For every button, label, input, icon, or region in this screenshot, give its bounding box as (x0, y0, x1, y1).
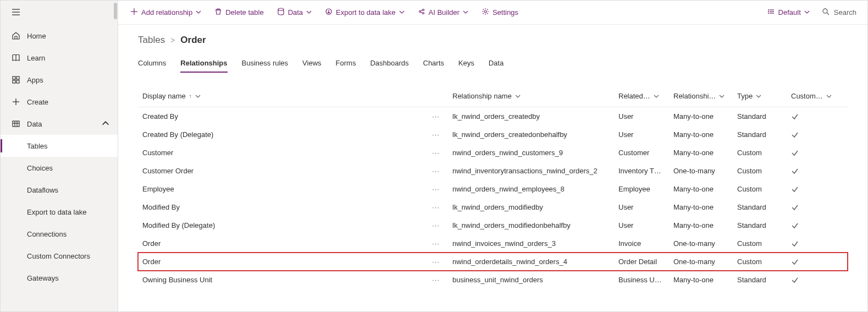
svg-point-31 (823, 9, 827, 13)
data-button[interactable]: Data (272, 4, 317, 21)
chevron-down-icon (463, 8, 468, 17)
cell-related: Employee (614, 185, 669, 193)
book-icon (12, 53, 20, 62)
hamburger-button[interactable] (1, 1, 118, 25)
tab-keys[interactable]: Keys (458, 56, 474, 73)
export-data-lake-button[interactable]: Export to data lake (319, 4, 410, 21)
cell-custom (787, 185, 837, 193)
plus-icon (130, 8, 138, 17)
add-relationship-button[interactable]: Add relationship (125, 4, 207, 21)
breadcrumb-tables[interactable]: Tables (138, 35, 165, 46)
table-row[interactable]: Customer···nwind_orders_nwind_customers_… (138, 144, 848, 162)
row-actions-button[interactable]: ··· (424, 239, 448, 248)
table-row[interactable]: Employee···nwind_orders_nwind_employees_… (138, 180, 848, 198)
chevron-down-icon (195, 94, 201, 99)
svg-rect-10 (13, 121, 19, 127)
cell-display-name: Modified By (Delegate) (138, 221, 424, 229)
table-row[interactable]: Owning Business Unit···business_unit_nwi… (138, 271, 848, 289)
cell-related: User (614, 221, 669, 229)
row-actions-button[interactable]: ··· (424, 276, 448, 284)
cell-relationship: One-to-many (669, 167, 733, 175)
row-actions-button[interactable]: ··· (424, 221, 448, 229)
tab-dashboards[interactable]: Dashboards (370, 56, 408, 73)
table-row[interactable]: Customer Order···nwind_inventorytransact… (138, 162, 848, 180)
tab-data[interactable]: Data (489, 56, 504, 73)
cmd-label: Delete table (225, 8, 263, 17)
col-type[interactable]: Type (733, 92, 787, 100)
nav-learn[interactable]: Learn (1, 47, 118, 69)
tab-relationships[interactable]: Relationships (180, 56, 227, 73)
tab-views[interactable]: Views (302, 56, 321, 73)
subnav-export-to-data-lake[interactable]: Export to data lake (1, 201, 118, 223)
cell-type: Standard (733, 221, 787, 229)
cell-relationship-name: lk_nwind_orders_modifiedby (448, 203, 614, 211)
subnav-custom-connectors[interactable]: Custom Connectors (1, 245, 118, 267)
table-row[interactable]: Created By···lk_nwind_orders_createdbyUs… (138, 107, 848, 125)
table-row[interactable]: Order···nwind_invoices_nwind_orders_3Inv… (138, 234, 848, 253)
subnav-label: Connections (27, 230, 67, 238)
search-icon (822, 8, 830, 17)
svg-rect-7 (16, 80, 19, 83)
cell-display-name: Created By (138, 112, 424, 121)
subnav-connections[interactable]: Connections (1, 223, 118, 245)
subnav-tables[interactable]: Tables (1, 135, 118, 157)
col-display-name[interactable]: Display name ↑ (138, 92, 424, 100)
chevron-up-icon (101, 119, 110, 129)
chevron-down-icon (515, 94, 521, 99)
subnav-dataflows[interactable]: Dataflows (1, 179, 118, 201)
nav-home[interactable]: Home (1, 25, 118, 47)
cell-relationship-name: lk_nwind_orders_modifiedonbehalfby (448, 221, 614, 229)
row-actions-button[interactable]: ··· (424, 112, 448, 121)
row-actions-button[interactable]: ··· (424, 130, 448, 139)
cell-relationship-name: nwind_inventorytransactions_nwind_orders… (448, 167, 614, 175)
tab-forms[interactable]: Forms (336, 56, 356, 73)
sidebar-scrollbar-thumb[interactable] (114, 3, 117, 19)
subnav-choices[interactable]: Choices (1, 157, 118, 179)
table-row[interactable]: Modified By···lk_nwind_orders_modifiedby… (138, 198, 848, 216)
ai-builder-button[interactable]: AI Builder (412, 4, 474, 21)
row-actions-button[interactable]: ··· (424, 149, 448, 157)
row-actions-button[interactable]: ··· (424, 203, 448, 211)
cell-relationship-name: nwind_orderdetails_nwind_orders_4 (448, 258, 614, 266)
svg-rect-5 (16, 76, 19, 79)
cell-type: Standard (733, 276, 787, 284)
cmd-label: Export to data lake (336, 8, 395, 17)
cell-relationship-name: lk_nwind_orders_createdonbehalfby (448, 130, 614, 139)
nav-label: Data (27, 120, 42, 128)
cell-relationship: Many-to-one (669, 221, 733, 229)
col-relationship[interactable]: Relationshi… (669, 92, 733, 100)
subnav-gateways[interactable]: Gateways (1, 267, 118, 289)
tab-columns[interactable]: Columns (138, 56, 166, 73)
cell-related: Business U… (614, 276, 669, 284)
search-input[interactable]: Search (817, 8, 861, 17)
col-relationship-name[interactable]: Relationship name (448, 92, 614, 100)
cmd-label: AI Builder (429, 8, 460, 17)
tab-charts[interactable]: Charts (423, 56, 444, 73)
gear-icon (482, 8, 489, 17)
nav-data[interactable]: Data (1, 113, 118, 135)
row-actions-button[interactable]: ··· (424, 258, 448, 266)
table-row[interactable]: Created By (Delegate)···lk_nwind_orders_… (138, 125, 848, 144)
col-label: Type (737, 92, 753, 100)
col-related[interactable]: Related… (614, 92, 669, 100)
chevron-down-icon (654, 94, 659, 99)
table-row[interactable]: Modified By (Delegate)···lk_nwind_orders… (138, 216, 848, 234)
settings-button[interactable]: Settings (476, 4, 524, 21)
cell-type: Standard (733, 203, 787, 211)
cell-type: Custom (733, 239, 787, 248)
apps-icon (12, 75, 20, 84)
col-label: Display name (142, 92, 186, 100)
row-actions-button[interactable]: ··· (424, 185, 448, 193)
cell-relationship: Many-to-one (669, 276, 733, 284)
delete-table-button[interactable]: Delete table (209, 4, 269, 21)
svg-line-32 (827, 13, 829, 15)
col-custom[interactable]: Custom… (787, 92, 837, 100)
view-default-button[interactable]: Default (762, 4, 815, 21)
content-area: Tables > Order Columns Relationships Bus… (118, 25, 867, 311)
nav-create[interactable]: Create (1, 91, 118, 113)
tab-business-rules[interactable]: Business rules (242, 56, 289, 73)
sidebar-scrollbar[interactable] (113, 1, 118, 311)
row-actions-button[interactable]: ··· (424, 167, 448, 175)
nav-apps[interactable]: Apps (1, 69, 118, 91)
table-row[interactable]: Order···nwind_orderdetails_nwind_orders_… (138, 253, 848, 271)
